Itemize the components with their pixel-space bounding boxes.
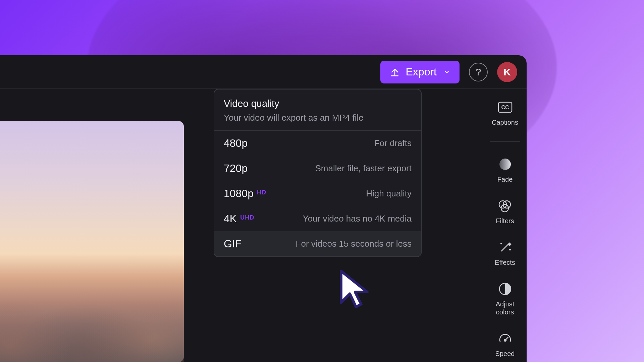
effects-icon — [497, 240, 513, 255]
dropdown-title: Video quality — [224, 98, 412, 109]
sidebar-item-filters[interactable]: Filters — [496, 198, 514, 225]
sidebar-item-label: Fade — [497, 175, 513, 183]
svg-text:CC: CC — [501, 105, 509, 110]
quality-res: 720p — [224, 162, 248, 175]
fade-icon — [497, 157, 513, 172]
cursor-overlay — [337, 268, 380, 313]
topbar: Export ? K — [0, 55, 527, 89]
quality-option-480p[interactable]: 480p For drafts — [214, 131, 421, 156]
avatar-initial: K — [503, 66, 511, 78]
content-area: 9 Video quality Your video will export a… — [0, 89, 527, 362]
uhd-badge: UHD — [240, 214, 254, 221]
sidebar-item-label: Effects — [495, 258, 515, 266]
svg-point-2 — [499, 159, 511, 170]
quality-option-720p[interactable]: 720p Smaller file, faster export — [214, 156, 421, 181]
quality-res: GIF — [224, 238, 241, 250]
sidebar-item-label: Adjust colors — [496, 300, 515, 316]
sidebar-item-speed[interactable]: Speed — [495, 331, 515, 358]
sidebar-item-adjust-colors[interactable]: Adjust colors — [496, 281, 515, 316]
quality-option-4k[interactable]: 4K UHD Your video has no 4K media — [214, 206, 421, 231]
sidebar-separator — [490, 141, 520, 142]
user-avatar[interactable]: K — [497, 62, 517, 82]
quality-res: 4K — [224, 213, 237, 225]
quality-res: 480p — [224, 137, 248, 149]
help-button[interactable]: ? — [469, 63, 488, 81]
quality-desc: Smaller file, faster export — [315, 163, 412, 174]
desktop-backdrop: Export ? K 9 Video quality Your video wi… — [0, 0, 644, 362]
quality-desc: For videos 15 seconds or less — [296, 239, 412, 249]
sidebar-item-fade[interactable]: Fade — [497, 157, 513, 183]
video-preview[interactable] — [0, 121, 184, 362]
hd-badge: HD — [257, 189, 266, 196]
sidebar-item-label: Speed — [495, 350, 515, 358]
quality-res: 1080p — [224, 187, 254, 200]
sidebar-item-captions[interactable]: CC Captions — [492, 100, 518, 126]
filters-icon — [497, 198, 513, 214]
sidebar-item-label: Captions — [492, 118, 518, 126]
app-window: Export ? K 9 Video quality Your video wi… — [0, 55, 527, 362]
speed-icon — [497, 331, 513, 346]
dropdown-subtitle: Your video will export as an MP4 file — [224, 113, 412, 123]
quality-desc: High quality — [366, 188, 412, 199]
export-button[interactable]: Export — [380, 61, 460, 83]
adjust-colors-icon — [497, 281, 513, 297]
captions-icon: CC — [497, 100, 513, 115]
quality-option-1080p[interactable]: 1080p HD High quality — [214, 181, 421, 206]
quality-desc: Your video has no 4K media — [303, 214, 412, 224]
quality-option-gif[interactable]: GIF For videos 15 seconds or less — [214, 231, 421, 256]
sidebar-item-effects[interactable]: Effects — [495, 240, 515, 266]
help-icon: ? — [476, 66, 481, 78]
quality-desc: For drafts — [374, 138, 412, 148]
upload-icon — [390, 67, 400, 77]
sidebar-item-label: Filters — [496, 217, 514, 225]
dropdown-header: Video quality Your video will export as … — [214, 89, 421, 131]
export-quality-dropdown: Video quality Your video will export as … — [214, 89, 422, 257]
export-label: Export — [406, 66, 437, 78]
right-sidebar: CC Captions Fade — [483, 89, 527, 362]
chevron-down-icon — [443, 66, 450, 78]
